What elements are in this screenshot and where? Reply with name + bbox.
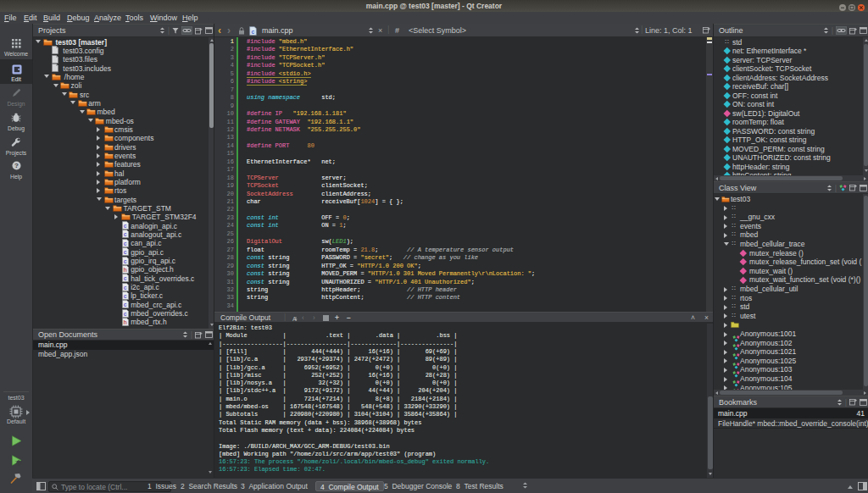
svg-text:c: c <box>123 241 126 246</box>
svg-text:c: c <box>252 28 255 35</box>
svg-text:?: ? <box>14 162 19 169</box>
svg-text:c: c <box>123 231 126 237</box>
svg-text:c: c <box>123 223 126 229</box>
svg-text:c: c <box>123 285 126 291</box>
svg-text:c: c <box>123 293 126 299</box>
svg-text:c: c <box>123 275 126 281</box>
svg-text:h: h <box>123 319 126 325</box>
svg-text:h: h <box>123 267 126 273</box>
svg-text:c: c <box>123 302 126 307</box>
svg-text:c: c <box>123 258 126 264</box>
svg-text:c: c <box>123 249 126 255</box>
svg-text:c: c <box>123 311 126 317</box>
